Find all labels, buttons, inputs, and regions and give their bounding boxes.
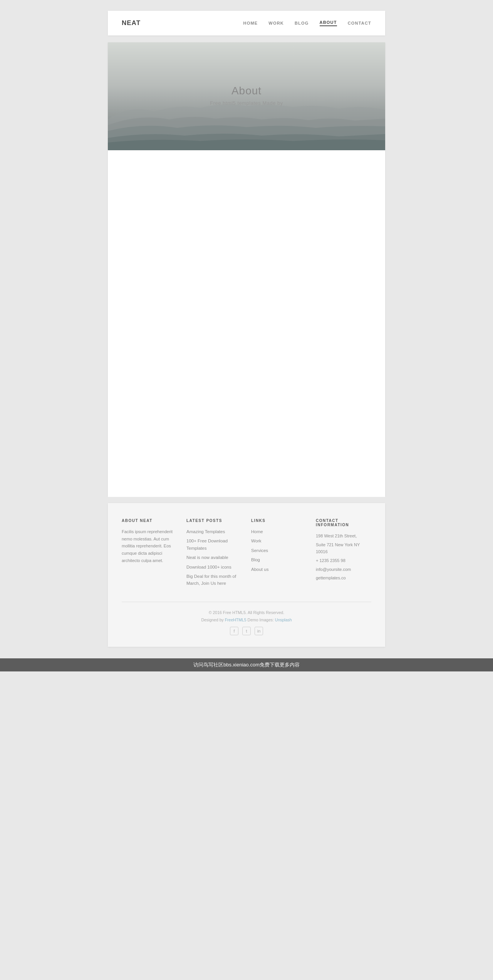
social-icon-instagram[interactable]: in [255,627,263,635]
footer-social: f t in [122,627,371,635]
nav-item-home[interactable]: HOME [243,21,258,25]
footer-divider [122,602,371,602]
hero-subtitle: Free html5 templates Made by [210,100,283,106]
footer-contact-website: gettemplates.co [316,574,371,582]
footer-post-1[interactable]: Amazing Templates [186,528,242,535]
footer-freehtml5-link[interactable]: FreeHTML5 [225,618,246,622]
footer-contact-address1: 198 West 21th Street, [316,532,371,540]
content-area [108,150,385,497]
header-wrapper: NEAT HOME WORK BLOG ABOUT CONTACT [0,0,493,42]
watermark-text: 访问鸟写社区bbs.xieniao.com免费下载更多内容 [193,662,300,668]
watermark-bar: 访问鸟写社区bbs.xieniao.com免费下载更多内容 [0,658,493,671]
footer-post-2[interactable]: 100+ Free Download Templates [186,537,242,552]
nav-item-work[interactable]: WORK [268,21,284,25]
footer-link-work[interactable]: Work [251,537,307,544]
footer-contact-address2: Suite 721 New York NY 10016 [316,541,371,555]
footer-link-home[interactable]: Home [251,528,307,535]
nav-item-about[interactable]: ABOUT [320,20,337,26]
footer-post-4[interactable]: Download 1000+ icons [186,564,242,571]
main-card: About Free html5 templates Made by [108,42,385,497]
footer-unsplash-link[interactable]: Unsplash [275,618,292,622]
footer-post-3[interactable]: Neat is now available [186,554,242,561]
footer-col-posts: LATEST POSTS Amazing Templates 100+ Free… [186,519,242,589]
footer-about-text: Facilis ipsum reprehenderit nemo molesti… [122,528,177,564]
hero-banner: About Free html5 templates Made by [108,42,385,150]
footer-wrapper: ABOUT NEAT Facilis ipsum reprehenderit n… [0,497,493,658]
footer-contact-email: info@yoursite.com [316,566,371,573]
footer-credits: Designed by FreeHTML5 Demo Images: Unspl… [122,616,371,624]
logo: NEAT [122,19,141,27]
footer-bottom: © 2016 Free HTML5. All Rights Reserved. … [122,609,371,635]
header-card: NEAT HOME WORK BLOG ABOUT CONTACT [108,11,385,35]
social-icon-twitter[interactable]: t [242,627,251,635]
footer-posts-heading: LATEST POSTS [186,519,242,523]
footer-card: ABOUT NEAT Facilis ipsum reprehenderit n… [108,503,385,647]
hero-title: About [210,85,283,97]
nav-item-blog[interactable]: BLOG [295,21,309,25]
footer-link-services[interactable]: Services [251,547,307,554]
footer-col-about: ABOUT NEAT Facilis ipsum reprehenderit n… [122,519,177,589]
footer-col-contact: CONTACT INFORMATION 198 West 21th Street… [316,519,371,589]
footer-grid: ABOUT NEAT Facilis ipsum reprehenderit n… [122,519,371,589]
social-icon-facebook[interactable]: f [230,627,238,635]
footer-links-heading: LINKS [251,519,307,523]
footer-copyright: © 2016 Free HTML5. All Rights Reserved. [122,609,371,616]
footer-contact-phone: + 1235 2355 98 [316,557,371,564]
footer-about-heading: ABOUT NEAT [122,519,177,523]
footer-post-5[interactable]: Big Deal for this month of March, Join U… [186,573,242,587]
nav-item-contact[interactable]: CONTACT [348,21,371,25]
main-nav: HOME WORK BLOG ABOUT CONTACT [243,20,372,26]
footer-link-blog[interactable]: Blog [251,556,307,563]
hero-text-block: About Free html5 templates Made by [210,85,283,106]
footer-col-links: LINKS Home Work Services Blog About us [251,519,307,589]
footer-link-about[interactable]: About us [251,566,307,573]
footer-contact-heading: CONTACT INFORMATION [316,519,371,527]
